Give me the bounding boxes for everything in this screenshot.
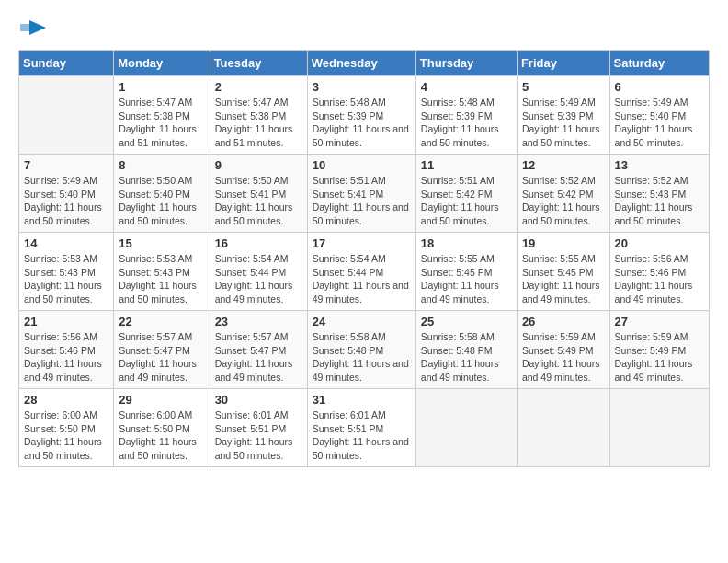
day-number: 21 [24,315,108,328]
day-info: Sunrise: 5:58 AMSunset: 5:48 PMDaylight:… [313,330,411,385]
day-info: Sunrise: 5:57 AMSunset: 5:47 PMDaylight:… [119,330,204,385]
header-friday: Friday [517,51,609,76]
day-info: Sunrise: 5:56 AMSunset: 5:46 PMDaylight:… [615,252,704,306]
header-saturday: Saturday [609,51,709,76]
calendar-header-row: SundayMondayTuesdayWednesdayThursdayFrid… [19,51,710,76]
day-number: 12 [522,158,605,172]
calendar-cell: 13 Sunrise: 5:52 AMSunset: 5:43 PMDaylig… [609,155,709,233]
calendar-cell: 7 Sunrise: 5:49 AMSunset: 5:40 PMDayligh… [19,155,114,233]
calendar-cell: 16 Sunrise: 5:54 AMSunset: 5:44 PMDaylig… [210,233,307,311]
logo-icon [20,18,48,40]
day-number: 9 [215,158,302,172]
calendar-cell: 5 Sunrise: 5:49 AMSunset: 5:39 PMDayligh… [517,76,609,155]
calendar-cell: 4 Sunrise: 5:48 AMSunset: 5:39 PMDayligh… [415,76,517,155]
calendar-cell [609,389,709,467]
calendar-cell: 9 Sunrise: 5:50 AMSunset: 5:41 PMDayligh… [210,155,307,233]
calendar-cell: 2 Sunrise: 5:47 AMSunset: 5:38 PMDayligh… [210,76,307,155]
day-number: 20 [615,236,704,250]
calendar-cell: 15 Sunrise: 5:53 AMSunset: 5:43 PMDaylig… [114,233,210,311]
day-info: Sunrise: 5:54 AMSunset: 5:44 PMDaylight:… [215,252,302,306]
day-number: 2 [215,80,302,94]
day-number: 7 [24,158,108,172]
calendar-cell: 22 Sunrise: 5:57 AMSunset: 5:47 PMDaylig… [114,311,210,389]
day-info: Sunrise: 5:59 AMSunset: 5:49 PMDaylight:… [522,330,605,385]
day-info: Sunrise: 5:57 AMSunset: 5:47 PMDaylight:… [215,330,302,385]
header-sunday: Sunday [19,51,114,76]
day-info: Sunrise: 5:52 AMSunset: 5:43 PMDaylight:… [615,174,704,228]
calendar-cell: 23 Sunrise: 5:57 AMSunset: 5:47 PMDaylig… [210,311,307,389]
day-number: 4 [421,80,512,94]
calendar-week-5: 28 Sunrise: 6:00 AMSunset: 5:50 PMDaylig… [19,389,710,467]
calendar-cell: 29 Sunrise: 6:00 AMSunset: 5:50 PMDaylig… [114,389,210,467]
calendar-cell: 26 Sunrise: 5:59 AMSunset: 5:49 PMDaylig… [517,311,609,389]
day-number: 28 [24,393,108,407]
day-info: Sunrise: 5:48 AMSunset: 5:39 PMDaylight:… [421,96,512,150]
calendar-cell: 14 Sunrise: 5:53 AMSunset: 5:43 PMDaylig… [19,233,114,311]
day-number: 3 [313,80,411,94]
day-info: Sunrise: 6:01 AMSunset: 5:51 PMDaylight:… [313,408,411,463]
calendar-cell: 18 Sunrise: 5:55 AMSunset: 5:45 PMDaylig… [415,233,517,311]
day-info: Sunrise: 5:50 AMSunset: 5:40 PMDaylight:… [119,174,204,228]
calendar-cell [19,76,114,155]
calendar-cell: 19 Sunrise: 5:55 AMSunset: 5:45 PMDaylig… [517,233,609,311]
day-number: 29 [119,393,204,407]
calendar-week-1: 1 Sunrise: 5:47 AMSunset: 5:38 PMDayligh… [19,76,710,155]
day-info: Sunrise: 5:51 AMSunset: 5:41 PMDaylight:… [313,174,411,228]
day-number: 19 [522,236,605,250]
calendar-cell [517,389,609,467]
header-tuesday: Tuesday [210,51,307,76]
calendar-cell: 12 Sunrise: 5:52 AMSunset: 5:42 PMDaylig… [517,155,609,233]
calendar-cell: 25 Sunrise: 5:58 AMSunset: 5:48 PMDaylig… [415,311,517,389]
page-header [18,18,710,40]
day-number: 22 [119,315,204,328]
day-info: Sunrise: 5:55 AMSunset: 5:45 PMDaylight:… [421,252,512,306]
day-info: Sunrise: 6:00 AMSunset: 5:50 PMDaylight:… [24,408,108,463]
calendar-cell: 10 Sunrise: 5:51 AMSunset: 5:41 PMDaylig… [307,155,415,233]
calendar-cell: 24 Sunrise: 5:58 AMSunset: 5:48 PMDaylig… [307,311,415,389]
day-info: Sunrise: 5:49 AMSunset: 5:40 PMDaylight:… [615,96,704,150]
day-number: 15 [119,236,204,250]
calendar-cell: 17 Sunrise: 5:54 AMSunset: 5:44 PMDaylig… [307,233,415,311]
day-info: Sunrise: 5:47 AMSunset: 5:38 PMDaylight:… [215,96,302,150]
day-info: Sunrise: 5:52 AMSunset: 5:42 PMDaylight:… [522,174,605,228]
calendar-cell: 20 Sunrise: 5:56 AMSunset: 5:46 PMDaylig… [609,233,709,311]
day-info: Sunrise: 5:50 AMSunset: 5:41 PMDaylight:… [215,174,302,228]
calendar-cell: 27 Sunrise: 5:59 AMSunset: 5:49 PMDaylig… [609,311,709,389]
day-number: 31 [313,393,411,407]
calendar-cell: 31 Sunrise: 6:01 AMSunset: 5:51 PMDaylig… [307,389,415,467]
calendar-cell: 8 Sunrise: 5:50 AMSunset: 5:40 PMDayligh… [114,155,210,233]
day-info: Sunrise: 6:01 AMSunset: 5:51 PMDaylight:… [215,408,302,463]
day-number: 23 [215,315,302,328]
day-info: Sunrise: 6:00 AMSunset: 5:50 PMDaylight:… [119,408,204,463]
day-number: 10 [313,158,411,172]
calendar-cell: 30 Sunrise: 6:01 AMSunset: 5:51 PMDaylig… [210,389,307,467]
calendar-cell: 3 Sunrise: 5:48 AMSunset: 5:39 PMDayligh… [307,76,415,155]
day-number: 26 [522,315,605,328]
day-info: Sunrise: 5:55 AMSunset: 5:45 PMDaylight:… [522,252,605,306]
day-info: Sunrise: 5:53 AMSunset: 5:43 PMDaylight:… [24,252,108,306]
day-number: 27 [615,315,704,328]
day-number: 18 [421,236,512,250]
day-number: 13 [615,158,704,172]
day-number: 14 [24,236,108,250]
calendar-cell: 21 Sunrise: 5:56 AMSunset: 5:46 PMDaylig… [19,311,114,389]
header-monday: Monday [114,51,210,76]
calendar-cell: 6 Sunrise: 5:49 AMSunset: 5:40 PMDayligh… [609,76,709,155]
day-number: 16 [215,236,302,250]
day-info: Sunrise: 5:59 AMSunset: 5:49 PMDaylight:… [615,330,704,385]
day-number: 17 [313,236,411,250]
day-number: 24 [313,315,411,328]
day-info: Sunrise: 5:51 AMSunset: 5:42 PMDaylight:… [421,174,512,228]
header-thursday: Thursday [415,51,517,76]
day-number: 25 [421,315,512,328]
day-info: Sunrise: 5:47 AMSunset: 5:38 PMDaylight:… [119,96,204,150]
calendar-table: SundayMondayTuesdayWednesdayThursdayFrid… [18,50,710,467]
svg-marker-1 [20,24,37,31]
logo [18,18,48,40]
day-info: Sunrise: 5:58 AMSunset: 5:48 PMDaylight:… [421,330,512,385]
day-info: Sunrise: 5:56 AMSunset: 5:46 PMDaylight:… [24,330,108,385]
day-number: 6 [615,80,704,94]
day-number: 30 [215,393,302,407]
calendar-cell: 11 Sunrise: 5:51 AMSunset: 5:42 PMDaylig… [415,155,517,233]
day-number: 1 [119,80,204,94]
